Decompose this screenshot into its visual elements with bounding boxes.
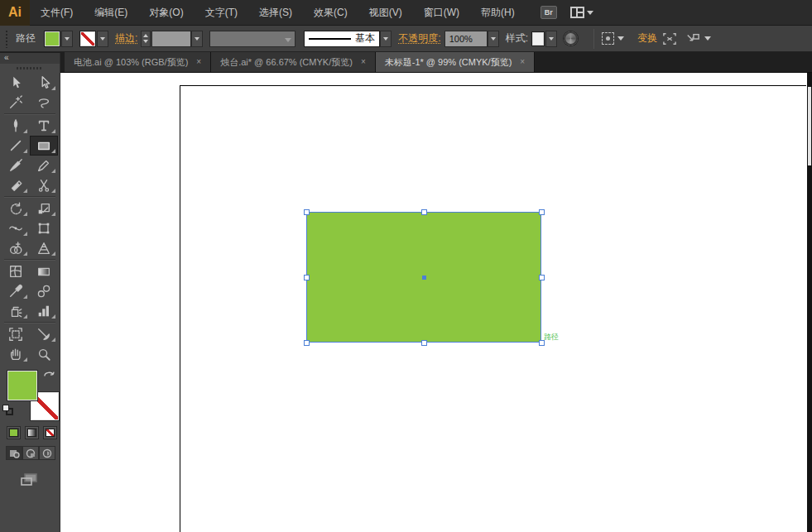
stroke-style-label: 基本 xyxy=(355,31,379,46)
fill-color-box[interactable] xyxy=(7,371,37,400)
selection-handle-top-left[interactable] xyxy=(304,209,310,215)
divider xyxy=(4,322,55,324)
free-transform-tool[interactable] xyxy=(30,218,58,238)
selection-tool[interactable] xyxy=(2,73,30,93)
none-button[interactable] xyxy=(43,426,57,439)
fill-color-swatch[interactable] xyxy=(44,31,60,47)
default-fill-stroke-icon[interactable] xyxy=(2,405,14,416)
menu-object[interactable]: 对象(O) xyxy=(138,0,194,26)
menu-type[interactable]: 文字(T) xyxy=(195,0,248,26)
width-tool[interactable] xyxy=(2,218,30,238)
column-graph-tool[interactable] xyxy=(30,301,58,321)
transform-panel-link[interactable]: 变换 xyxy=(637,31,657,46)
menu-view[interactable]: 视图(V) xyxy=(358,0,413,26)
menu-edit[interactable]: 编辑(E) xyxy=(84,0,138,26)
stroke-panel-link[interactable]: 描边: xyxy=(115,31,137,46)
stroke-weight-input[interactable] xyxy=(151,31,191,47)
screen-mode-button[interactable] xyxy=(0,460,60,488)
gradient-chip xyxy=(27,429,36,437)
artboard-left-edge xyxy=(180,85,180,532)
menu-help[interactable]: 帮助(H) xyxy=(470,0,526,26)
symbol-sprayer-tool[interactable] xyxy=(2,301,30,321)
variable-width-profile[interactable]: 基本 xyxy=(304,31,380,47)
rotate-tool[interactable] xyxy=(2,199,30,218)
chevron-down-icon[interactable] xyxy=(704,36,711,41)
panel-collapse-button[interactable]: « xyxy=(0,53,60,64)
panel-grip[interactable] xyxy=(5,30,9,48)
graphic-style-swatch[interactable] xyxy=(531,31,545,46)
direct-selection-tool[interactable] xyxy=(30,73,58,93)
scissors-tool[interactable] xyxy=(30,175,58,195)
draw-normal-button[interactable] xyxy=(6,446,22,460)
recolor-artwork-icon[interactable] xyxy=(564,31,578,46)
close-icon[interactable]: × xyxy=(520,58,525,66)
divider xyxy=(4,113,55,115)
stroke-color-dropdown[interactable] xyxy=(97,31,108,47)
paintbrush-tool[interactable] xyxy=(2,156,30,175)
selection-center-point[interactable] xyxy=(422,276,426,280)
selection-handle-top-right[interactable] xyxy=(539,209,545,215)
close-icon[interactable]: × xyxy=(196,58,201,66)
hand-tool[interactable] xyxy=(2,344,30,364)
swap-fill-stroke-icon[interactable] xyxy=(43,370,55,381)
bridge-button[interactable]: Br xyxy=(541,6,557,19)
magic-wand-tool[interactable] xyxy=(2,93,30,113)
type-tool[interactable] xyxy=(30,116,58,136)
fill-color-dropdown[interactable] xyxy=(61,31,73,47)
color-button[interactable] xyxy=(7,426,21,439)
stroke-weight-dropdown[interactable] xyxy=(191,31,203,47)
scale-tool[interactable] xyxy=(30,199,58,218)
selection-handle-bottom-right[interactable] xyxy=(539,340,545,346)
perspective-grid-tool[interactable] xyxy=(30,238,58,258)
artboard-tool[interactable] xyxy=(2,324,30,344)
selection-handle-middle-left[interactable] xyxy=(304,275,310,280)
draw-inside-button[interactable] xyxy=(39,446,55,460)
chevron-down-icon[interactable] xyxy=(617,36,624,41)
selection-handle-top-center[interactable] xyxy=(421,209,427,215)
select-similar-icon[interactable] xyxy=(602,32,614,45)
stroke-color-swatch[interactable] xyxy=(79,31,96,47)
menu-file[interactable]: 文件(F) xyxy=(30,0,84,26)
opacity-dropdown[interactable] xyxy=(488,31,499,47)
document-tab-active[interactable]: 未标题-1* @ 99% (CMYK/预览) × xyxy=(376,52,535,72)
stroke-weight-stepper[interactable] xyxy=(141,31,151,47)
opacity-panel-link[interactable]: 不透明度: xyxy=(398,31,440,46)
panel-drag-grip[interactable] xyxy=(0,64,60,73)
document-tab[interactable]: 烛台.ai* @ 66.67% (CMYK/预览) × xyxy=(211,52,376,72)
blend-tool[interactable] xyxy=(30,281,58,301)
rectangle-tool[interactable] xyxy=(30,136,58,156)
canvas[interactable]: 路径 xyxy=(60,73,812,532)
stepper-down-icon xyxy=(143,40,148,43)
brush-definition-dropdown[interactable] xyxy=(209,31,295,47)
gradient-button[interactable] xyxy=(25,426,39,439)
draw-behind-button[interactable] xyxy=(22,446,39,460)
menu-effect[interactable]: 效果(C) xyxy=(303,0,358,26)
vertical-scrollbar[interactable] xyxy=(807,73,812,532)
slice-tool[interactable] xyxy=(30,324,58,344)
document-tab[interactable]: 电池.ai @ 103% (RGB/预览) × xyxy=(65,52,211,72)
scrollbar-thumb[interactable] xyxy=(808,87,811,165)
opacity-input[interactable]: 100% xyxy=(444,31,488,47)
eyedropper-tool[interactable] xyxy=(2,281,30,301)
stroke-style-dropdown[interactable] xyxy=(380,31,392,47)
pencil-tool[interactable] xyxy=(30,156,58,175)
shape-builder-tool[interactable] xyxy=(2,238,30,258)
blob-brush-tool[interactable] xyxy=(2,175,30,195)
selection-handle-bottom-left[interactable] xyxy=(304,340,310,346)
mesh-tool[interactable] xyxy=(2,261,30,281)
zoom-tool[interactable] xyxy=(30,344,58,364)
menu-window[interactable]: 窗口(W) xyxy=(413,0,470,26)
pen-tool[interactable] xyxy=(2,116,30,136)
graphic-style-dropdown[interactable] xyxy=(545,31,557,47)
menu-select[interactable]: 选择(S) xyxy=(248,0,303,26)
workspace-switcher[interactable] xyxy=(570,7,593,18)
gradient-tool[interactable] xyxy=(30,261,58,281)
isolate-selection-icon[interactable] xyxy=(685,32,700,46)
chevron-down-icon xyxy=(65,37,70,41)
close-icon[interactable]: × xyxy=(361,58,366,66)
selection-handle-bottom-center[interactable] xyxy=(421,340,427,346)
selection-handle-middle-right[interactable] xyxy=(539,275,545,280)
line-segment-tool[interactable] xyxy=(2,136,30,156)
lasso-tool[interactable] xyxy=(30,93,58,113)
align-icon[interactable] xyxy=(662,32,677,46)
